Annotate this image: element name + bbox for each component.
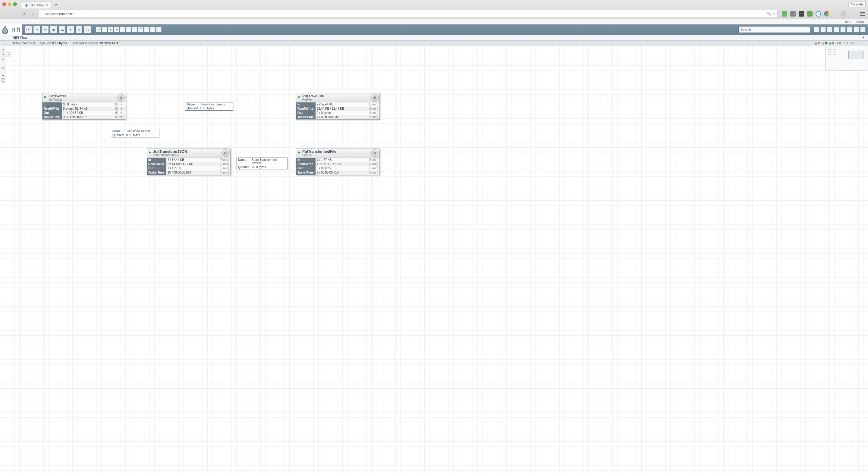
nifi-logo[interactable]: nifi (0, 24, 22, 35)
processor-put-raw[interactable]: ▶Put Raw FilePutFile⚙InRead/WriteOutTask… (296, 93, 380, 120)
summary-button[interactable] (814, 27, 819, 32)
run-status-icon: ▶ (298, 95, 301, 99)
processor-jolt[interactable]: ▶JoltTransformJSONJoltTransformJSON⚙InRe… (147, 149, 230, 175)
evernote-icon[interactable] (807, 11, 812, 17)
processor-header: ▶GetTwitterGetTwitter⚙ (42, 93, 126, 102)
flow-status-bar: Active threads: 0 Queued: 0 / 0 bytes St… (0, 41, 868, 46)
address-bar[interactable]: ◻ localhost:8080/nifi/ 🔍 ☆ (38, 10, 778, 18)
processor-put-trans[interactable]: ▶PutTransformedFilePutFile⚙InRead/WriteO… (296, 149, 380, 175)
forward-button[interactable]: → (11, 10, 18, 17)
site-info-icon[interactable]: ◻ (41, 12, 43, 16)
pan-down-button[interactable]: ▾ (1, 58, 5, 62)
add-funnel-button[interactable]: ▼ (67, 26, 74, 33)
browser-profile-button[interactable]: Yolanda (848, 1, 866, 7)
global-controls (814, 27, 868, 32)
ext-icon-4[interactable] (824, 11, 830, 17)
ext-icon-2[interactable]: ⋯ (799, 11, 804, 17)
flow-canvas[interactable]: ▴ ◂▸ ▾ + − ⊡ ▭ ▶GetTwitterGetTwitter⚙InR… (0, 46, 868, 473)
minimize-window-icon[interactable] (8, 2, 11, 6)
upload-template-button[interactable]: ⤒ (126, 27, 131, 32)
svg-point-1 (28, 29, 29, 30)
about-link[interactable]: about (855, 20, 864, 24)
stop-button[interactable]: ■ (114, 27, 119, 32)
back-button[interactable]: ← (2, 10, 9, 17)
connection-queued: 0 / 0 bytes (126, 133, 140, 137)
help-link[interactable]: help (845, 20, 851, 24)
add-label-button[interactable]: ◻ (84, 26, 91, 33)
zoom-out-button[interactable]: − (1, 68, 5, 73)
ext-icon-5[interactable] (832, 11, 838, 17)
users-button[interactable] (847, 27, 852, 32)
tab-close-icon[interactable]: × (46, 3, 49, 7)
processor-title: Put Raw File (302, 94, 324, 98)
search-input[interactable] (738, 26, 811, 33)
flow-config-history-button[interactable] (840, 27, 846, 32)
disable-button[interactable]: ⊘ (102, 27, 107, 32)
zoom-in-button[interactable]: + (1, 63, 5, 68)
connection-store-raw[interactable]: NameStore Raw TweetsQueued0 / 0 bytes (185, 102, 233, 111)
add-process-group-button[interactable]: ▣ (50, 26, 57, 33)
queued-label: Queued: (40, 41, 52, 45)
pan-up-button[interactable]: ▴ (1, 47, 5, 52)
add-output-port-button[interactable]: ↦ (41, 26, 49, 33)
zoom-actual-button[interactable]: ▭ (1, 79, 5, 84)
processor-get-twitter[interactable]: ▶GetTwitterGetTwitter⚙InRead/WriteOutTas… (42, 93, 126, 120)
browser-tab[interactable]: NiFi Flow × (21, 1, 52, 8)
zoom-fit-button[interactable]: ⊡ (1, 74, 5, 78)
search-icon[interactable]: 🔍 (767, 12, 771, 16)
processor-type: GetTwitter (49, 98, 62, 101)
ext-icon-3[interactable] (815, 11, 821, 17)
connection-store-trans[interactable]: NameStore Transformed TweetsQueued0 / 0 … (237, 158, 288, 169)
templates-button[interactable] (854, 27, 859, 32)
logo-text: nifi (11, 26, 21, 33)
ext-icon-1[interactable] (782, 11, 787, 17)
bookmark-icon[interactable]: ☆ (772, 12, 775, 16)
add-template-button[interactable]: ▭ (75, 26, 83, 33)
processor-type: PutFile (302, 153, 312, 157)
ext-icon-6[interactable] (841, 11, 846, 17)
add-input-port-button[interactable]: ⇥ (33, 26, 40, 33)
connection-transform[interactable]: NameTransform TweetsQueued0 / 0 bytes (111, 129, 159, 137)
cast-icon[interactable]: ▢ (790, 11, 796, 17)
create-template-button[interactable]: ⎘ (120, 27, 125, 32)
processor-type-icon: ⚙ (116, 93, 126, 103)
refreshed-label: Stats last refreshed: (72, 41, 98, 45)
nifi-toolbar: nifi ⇥ ↦ ▣ ☁ ▼ ▭ ◻ ⚡ ⊘ ▶ ■ ⎘ ⤒ ⧉ 📋 ▦ ◧ ✕ (0, 24, 868, 35)
pan-left-button[interactable]: ◂ (1, 52, 5, 57)
copy-button[interactable]: ⧉ (132, 27, 137, 32)
ext-icon-7[interactable] (849, 11, 855, 17)
stopped-count: ■0 (836, 41, 841, 45)
queued-value: 0 / 0 bytes (53, 41, 67, 45)
cluster-button[interactable] (860, 27, 866, 32)
breadcrumb-collapse-icon[interactable]: ▴ (863, 36, 866, 39)
add-remote-group-button[interactable]: ☁ (59, 26, 66, 33)
breadcrumb-root[interactable]: NiFi Flow (13, 36, 27, 39)
nifi-top-links: help about (0, 19, 868, 24)
close-window-icon[interactable] (2, 2, 6, 6)
pan-right-button[interactable]: ▸ (6, 52, 11, 57)
browser-menu-button[interactable] (859, 12, 866, 16)
processor-type: PutFile (302, 98, 312, 101)
group-button[interactable]: ▦ (144, 27, 150, 32)
start-button[interactable]: ▶ (108, 27, 113, 32)
provenance-button[interactable] (834, 27, 839, 32)
maximize-window-icon[interactable] (13, 2, 17, 6)
window-controls (2, 2, 19, 6)
birdseye-view[interactable] (825, 47, 867, 71)
paste-button[interactable]: 📋 (138, 27, 144, 32)
home-button[interactable]: ⌂ (30, 10, 36, 17)
delete-button[interactable]: ✕ (156, 27, 161, 32)
add-processor-button[interactable] (25, 26, 32, 33)
new-tab-button[interactable]: ▸ (54, 1, 59, 8)
bulletin-board-button[interactable] (827, 27, 832, 32)
connection-lines (0, 46, 90, 91)
counters-button[interactable] (820, 27, 826, 32)
breadcrumb: NiFi Flow ▴ (0, 35, 868, 41)
reload-button[interactable]: ⟳ (21, 10, 27, 17)
enable-button[interactable]: ⚡ (96, 27, 101, 32)
connection-name: Transform Tweets (126, 130, 150, 133)
run-status-icon: ▶ (44, 95, 47, 99)
active-threads-value: 0 (33, 41, 35, 45)
connection-name: Store Raw Tweets (200, 103, 225, 106)
color-button[interactable]: ◧ (150, 27, 156, 32)
